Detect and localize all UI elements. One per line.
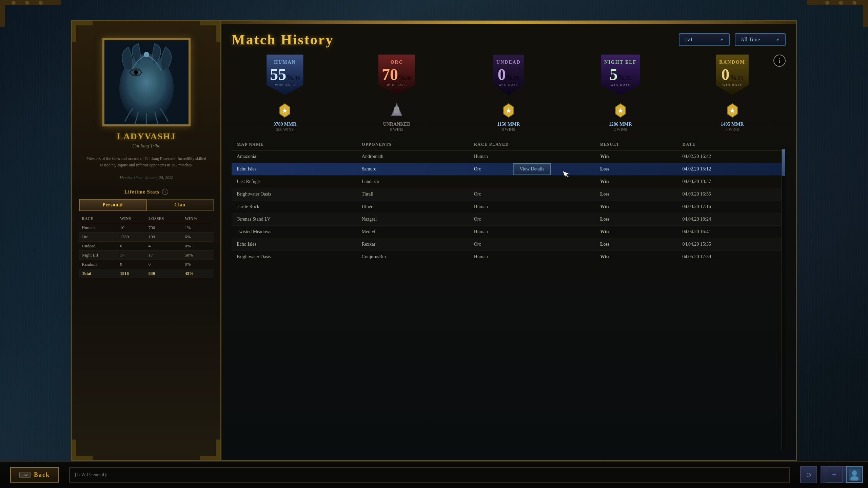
svg-text:★: ★	[729, 107, 735, 114]
match-row[interactable]: Echo Isles Rexxar Orc Loss 04.04.20 15:3…	[232, 238, 786, 251]
banner-race-name: NIGHT ELF	[604, 60, 636, 65]
back-button[interactable]: Back	[10, 467, 59, 483]
match-row[interactable]: Turtle Rock Uther Human Win 04.03.20 17:…	[232, 201, 786, 213]
match-race: Orc	[469, 238, 595, 251]
lifetime-stats-info-icon[interactable]: i	[162, 189, 168, 195]
scrollbar[interactable]	[782, 149, 786, 450]
col-wins: Wins	[117, 215, 146, 223]
stats-losses: 109	[146, 232, 182, 242]
match-row[interactable]: Brightwater Oasis Thrall Orc Loss 04.03.…	[232, 188, 786, 201]
filter-mode-dropdown[interactable]: 1v1 ▼	[679, 33, 730, 46]
stats-race: Orc	[79, 232, 117, 242]
tab-clan[interactable]: Clan	[146, 199, 214, 211]
match-opponent: Uther	[357, 201, 469, 213]
banner-mmr-value: 9789 MMR	[273, 122, 296, 127]
match-date: 04.03.20 16:55	[677, 188, 786, 201]
match-result: Loss	[595, 163, 677, 176]
banner-sub-pct: .33	[625, 75, 631, 81]
right-panel: Match History 1v1 ▼ All Time ▼ i HUMAN 5…	[220, 20, 797, 461]
match-result: Win	[595, 226, 677, 238]
race-banner-shield-human[interactable]: HUMAN 55 % .89 WIN RATE	[267, 55, 303, 95]
stats-total-losses: 830	[146, 269, 182, 278]
race-banner-shield-nightelf[interactable]: NIGHT ELF 5 % .33 WIN RATE	[601, 55, 640, 95]
banner-percent-group: 5 % .33	[610, 66, 631, 83]
match-row[interactable]: Terenas Stand LV Nazgrel Orc Loss 04.04.…	[232, 213, 786, 226]
banner-trophy-icon: ★	[276, 102, 293, 122]
filter-time-dropdown[interactable]: All Time ▼	[735, 33, 786, 46]
stats-winpct: 0%	[182, 260, 214, 269]
stats-losses: 17	[146, 251, 182, 260]
banner-trophy-icon: ★	[500, 102, 517, 122]
match-table: Map Name Opponents Race Played Result Da…	[232, 139, 786, 263]
bottom-right-icons: +	[826, 466, 863, 483]
banner-percent-group: 0 % .00	[721, 66, 743, 83]
match-result: Win	[595, 201, 677, 213]
chat-emoji-button[interactable]: ☺	[800, 466, 817, 483]
match-race: Human	[469, 251, 595, 263]
tab-personal[interactable]: Personal	[79, 199, 146, 211]
stats-row: Night Elf 17 17 50%	[79, 251, 214, 260]
banner-sub-pct: .00	[405, 75, 412, 81]
banner-mmr-value: 1286 MMR	[609, 122, 632, 127]
col-map-name: Map Name	[232, 139, 357, 150]
banner-percent-group: 55 % .89	[270, 66, 300, 83]
match-row[interactable]: Last Refuge Landazar Win 04.03.20 18:37	[232, 176, 786, 188]
svg-text:★: ★	[506, 107, 512, 114]
match-row[interactable]: Echo Isles Samuro Orc View Details Loss …	[232, 163, 786, 176]
svg-point-15	[153, 78, 157, 81]
banner-mmr-value: UNRANKED	[383, 122, 411, 127]
banner-mmr-section-random: ★ 1405 MMR 0 WINS	[721, 99, 744, 132]
banner-trophy-icon: ★	[612, 102, 629, 122]
stats-winpct: 1%	[182, 223, 214, 232]
race-banner-undead: UNDEAD 0 % .00 WIN RATE ★ 1150 MMR 0 WIN…	[455, 55, 562, 132]
match-map: Brightwater Oasis	[232, 251, 357, 263]
match-row[interactable]: Twisted Meadows Medivh Human Win 04.04.2…	[232, 226, 786, 238]
banner-mmr-section-undead: ★ 1150 MMR 0 WINS	[497, 99, 520, 132]
banner-mmr-section-orc: UNRANKED 0 WINS	[383, 99, 411, 132]
race-banners-info-btn[interactable]: i	[773, 55, 786, 67]
match-opponent: Thrall	[357, 188, 469, 201]
svg-point-14	[136, 78, 140, 81]
match-opponent: Medivh	[357, 226, 469, 238]
match-table-container: Map Name Opponents Race Played Result Da…	[232, 139, 786, 450]
svg-point-3	[25, 1, 29, 5]
lifetime-stats-header: Lifetime Stats i	[124, 189, 169, 195]
svg-point-29	[852, 470, 857, 476]
race-banner-shield-random[interactable]: RANDOM 0 % .00 WIN RATE	[716, 55, 749, 95]
banner-winrate-label: WIN RATE	[275, 83, 295, 87]
race-banners: i HUMAN 55 % .89 WIN RATE ★ 9789 MMR 200…	[232, 55, 786, 132]
chat-input[interactable]	[75, 472, 784, 477]
player-portrait-button[interactable]	[846, 466, 863, 483]
race-banner-shield-undead[interactable]: UNDEAD 0 % .00 WIN RATE	[493, 55, 524, 95]
match-race: Human	[469, 201, 595, 213]
match-date: 04.04.20 15:35	[677, 238, 786, 251]
top-left-decoration	[0, 0, 68, 34]
view-details-tooltip: View Details	[513, 163, 551, 175]
banner-wins-value: 0 WINS	[502, 127, 515, 132]
scrollbar-thumb	[782, 149, 785, 176]
col-date: Date	[677, 139, 786, 150]
svg-point-16	[144, 52, 149, 57]
race-banner-shield-orc[interactable]: ORC 70 % .00 WIN RATE	[378, 55, 415, 95]
tab-buttons: Personal Clan	[79, 199, 214, 211]
corner-br	[200, 440, 220, 460]
banner-wins-value: 0 WINS	[726, 127, 739, 132]
banner-main-pct: 70	[382, 66, 398, 83]
svg-rect-5	[807, 0, 868, 5]
main-container: LadyVashj Coilfang Tribe Priestess of th…	[71, 20, 797, 461]
banner-sub-pct: .00	[736, 75, 743, 81]
stats-total-label: Total	[79, 269, 117, 278]
match-date: 04.02.20 15:12	[677, 163, 786, 176]
race-banner-orc: ORC 70 % .00 WIN RATE UNRANKED 0 WINS	[343, 55, 450, 132]
banner-trophy-icon: ★	[724, 102, 741, 122]
banner-wins-value: 2 WINS	[614, 127, 627, 132]
match-result: Win	[595, 150, 677, 163]
match-race-tooltip-container: Orc View Details	[469, 163, 595, 176]
match-row[interactable]: Brightwater Oasis ConjurusRex Human Win …	[232, 251, 786, 263]
banner-mmr-value: 1405 MMR	[721, 122, 744, 127]
match-row[interactable]: Amazonia Andromath Human Win 04.02.20 16…	[232, 150, 786, 163]
banner-pct-symbol: %	[730, 73, 736, 82]
corner-tr	[200, 21, 220, 42]
match-date: 04.05.20 17:59	[677, 251, 786, 263]
add-player-button[interactable]: +	[826, 466, 843, 483]
